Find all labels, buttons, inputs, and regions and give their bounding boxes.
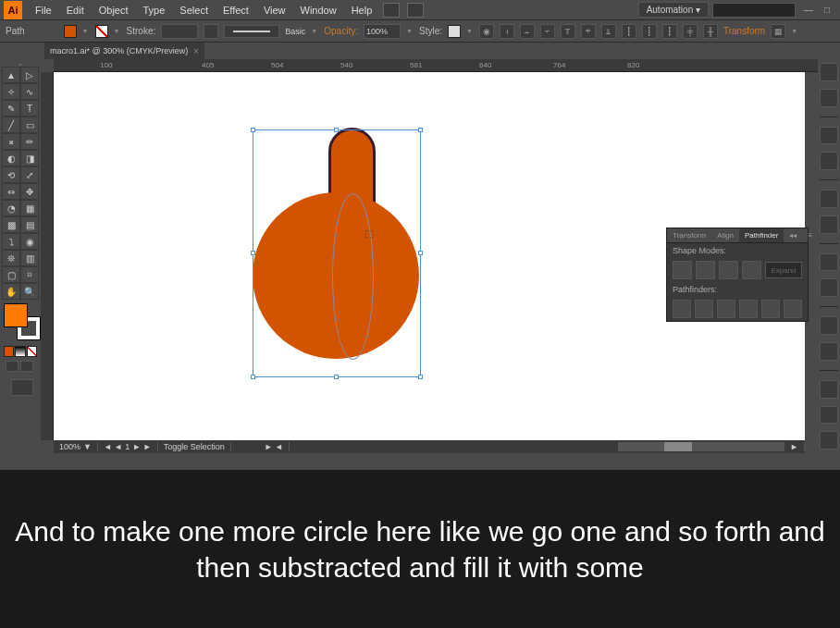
- expand-button[interactable]: Expand: [765, 262, 802, 278]
- fill-stroke-control[interactable]: [4, 303, 41, 340]
- recolor-icon[interactable]: ◉: [479, 24, 494, 39]
- menu-file[interactable]: File: [28, 3, 59, 18]
- menu-view[interactable]: View: [256, 3, 293, 18]
- zoom-display[interactable]: 100% ▼: [54, 442, 98, 451]
- brush-preview[interactable]: [224, 25, 279, 38]
- tab-pathfinder[interactable]: Pathfinder: [739, 228, 784, 242]
- resize-handle[interactable]: [251, 128, 255, 132]
- pen-tool[interactable]: ✎: [2, 100, 20, 117]
- crop-button[interactable]: [739, 300, 758, 318]
- vertical-ruler[interactable]: [41, 72, 54, 440]
- fill-swatch[interactable]: [64, 25, 77, 38]
- distr-icon-2[interactable]: ┋: [642, 24, 657, 39]
- panel-icon-brushes[interactable]: [820, 316, 838, 335]
- stroke-dropdown-icon[interactable]: ▼: [114, 25, 121, 38]
- panel-collapse-icon[interactable]: ◂◂: [784, 228, 802, 242]
- style-dropdown-icon[interactable]: ▼: [466, 25, 474, 38]
- pathfinder-panel[interactable]: Transform Align Pathfinder ◂◂ ≡ Shape Mo…: [666, 228, 809, 322]
- pencil-tool[interactable]: ✏: [20, 133, 39, 150]
- resize-handle[interactable]: [418, 375, 423, 379]
- menu-select[interactable]: Select: [172, 3, 216, 18]
- menu-effect[interactable]: Effect: [216, 3, 256, 18]
- width-tool[interactable]: ⇔: [2, 183, 20, 200]
- draw-behind-icon[interactable]: [20, 361, 33, 372]
- variable-width-icon[interactable]: [204, 24, 218, 39]
- menu-object[interactable]: Object: [92, 3, 136, 18]
- horizontal-scrollbar[interactable]: [618, 442, 784, 451]
- free-transform-tool[interactable]: ✥: [20, 183, 39, 200]
- blend-tool[interactable]: ◉: [20, 233, 39, 250]
- magic-wand-tool[interactable]: ✧: [2, 83, 20, 100]
- panel-menu-icon[interactable]: ≡: [802, 228, 818, 242]
- eyedropper-tool[interactable]: ⤵: [2, 233, 20, 250]
- align-hcenter-icon[interactable]: ⫠: [520, 24, 535, 39]
- resize-handle[interactable]: [334, 128, 339, 132]
- panel-icon-layers[interactable]: [820, 253, 838, 272]
- align-bottom-icon[interactable]: ⫫: [601, 24, 616, 39]
- distr-icon-5[interactable]: ╫: [703, 24, 718, 39]
- paintbrush-tool[interactable]: 𝄪: [2, 133, 20, 150]
- panel-icon-b[interactable]: [820, 89, 838, 107]
- outline-button[interactable]: [761, 300, 780, 318]
- minus-back-button[interactable]: [784, 300, 802, 318]
- scrollbar-thumb[interactable]: [664, 442, 692, 451]
- hand-tool[interactable]: ✋: [2, 283, 20, 300]
- opacity-dropdown-icon[interactable]: ▼: [406, 25, 414, 38]
- gradient-tool[interactable]: ▤: [20, 216, 39, 233]
- isolate-icon[interactable]: ▦: [771, 24, 785, 39]
- fill-box[interactable]: [4, 303, 28, 327]
- resize-handle[interactable]: [334, 375, 339, 379]
- document-tab[interactable]: macro1.ai* @ 300% (CMYK/Preview) ×: [44, 43, 204, 59]
- arrange-documents-icon[interactable]: [407, 3, 424, 18]
- ctrl-more-icon[interactable]: ▼: [791, 25, 798, 38]
- stroke-weight-input[interactable]: [161, 24, 198, 39]
- perspective-tool[interactable]: ▦: [20, 200, 39, 216]
- align-vcenter-icon[interactable]: ⫩: [581, 24, 596, 39]
- screen-mode-button[interactable]: [11, 379, 33, 396]
- slice-tool[interactable]: ⌗: [20, 266, 39, 283]
- blob-brush-tool[interactable]: ◐: [2, 150, 20, 166]
- style-swatch[interactable]: [448, 25, 461, 38]
- panel-icon-graphic-styles[interactable]: [820, 431, 838, 449]
- lasso-tool[interactable]: ∿: [20, 83, 39, 100]
- resize-handle[interactable]: [251, 251, 255, 255]
- column-graph-tool[interactable]: ▥: [20, 250, 39, 266]
- panel-icon-transparency[interactable]: [820, 380, 838, 399]
- close-tab-icon[interactable]: ×: [193, 46, 199, 56]
- brush-dropdown-icon[interactable]: ▼: [311, 25, 318, 38]
- line-tool[interactable]: ╱: [2, 117, 20, 133]
- maximize-button[interactable]: □: [820, 5, 834, 16]
- tab-align[interactable]: Align: [711, 228, 739, 242]
- panel-icon-a[interactable]: [820, 63, 838, 81]
- merge-button[interactable]: [717, 300, 735, 318]
- panel-icon-symbols[interactable]: [820, 342, 838, 361]
- scale-tool[interactable]: ⤢: [20, 166, 39, 183]
- align-right-icon[interactable]: ⫟: [540, 24, 555, 39]
- resize-handle[interactable]: [418, 251, 423, 255]
- minus-front-button[interactable]: [696, 261, 715, 279]
- trim-button[interactable]: [695, 300, 713, 318]
- rectangle-tool[interactable]: ▭: [20, 117, 39, 133]
- transform-link[interactable]: Transform: [723, 26, 765, 36]
- distr-icon-1[interactable]: ┇: [622, 24, 636, 39]
- align-left-icon[interactable]: ⫞: [500, 24, 514, 39]
- eraser-tool[interactable]: ◨: [20, 150, 39, 166]
- bridge-icon[interactable]: [383, 3, 400, 18]
- resize-handle[interactable]: [418, 128, 423, 132]
- shape-builder-tool[interactable]: ◔: [2, 200, 20, 216]
- zoom-tool[interactable]: 🔍: [20, 283, 39, 300]
- panel-icon-swatches[interactable]: [820, 152, 838, 170]
- fill-dropdown-icon[interactable]: ▼: [82, 25, 90, 38]
- draw-normal-icon[interactable]: [6, 361, 19, 372]
- symbol-sprayer-tool[interactable]: ❊: [2, 250, 20, 266]
- direct-selection-tool[interactable]: ▷: [20, 67, 39, 83]
- artboard-nav[interactable]: ◄ ◄ 1 ► ►: [98, 442, 158, 451]
- scroll-right-icon[interactable]: ►: [784, 442, 805, 451]
- color-mode-gradient[interactable]: [15, 346, 25, 357]
- unite-button[interactable]: [673, 261, 692, 279]
- panel-icon-stroke[interactable]: [820, 190, 838, 208]
- divide-button[interactable]: [673, 300, 691, 318]
- selection-tool[interactable]: ▲: [2, 67, 20, 83]
- menu-window[interactable]: Window: [293, 3, 344, 18]
- align-top-icon[interactable]: ⫪: [561, 24, 575, 39]
